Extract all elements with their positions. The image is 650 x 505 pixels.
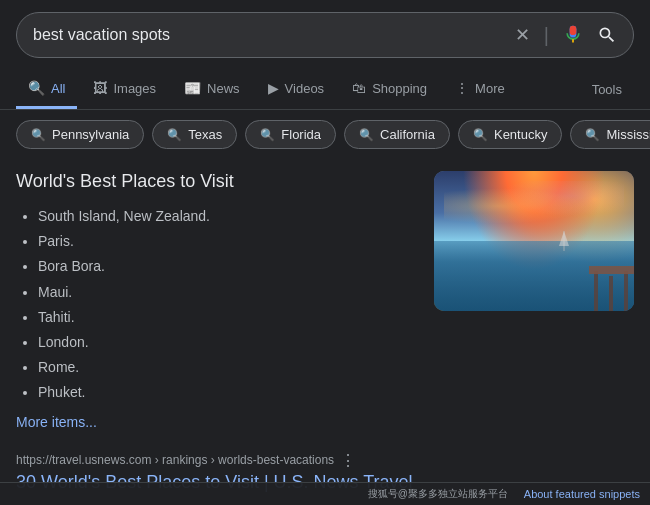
chip-search-icon-ca: 🔍 bbox=[359, 128, 374, 142]
news-tab-icon: 📰 bbox=[184, 80, 201, 96]
clear-icon[interactable]: ✕ bbox=[515, 24, 530, 46]
svg-rect-3 bbox=[589, 266, 634, 274]
chip-search-icon-tx: 🔍 bbox=[167, 128, 182, 142]
shopping-tab-icon: 🛍 bbox=[352, 80, 366, 96]
chip-label-mississippi: Mississippi bbox=[606, 127, 650, 142]
nav-tabs: 🔍 All 🖼 Images 📰 News ▶ Videos 🛍 Shoppin… bbox=[0, 70, 650, 110]
images-tab-icon: 🖼 bbox=[93, 80, 107, 96]
tab-images-label: Images bbox=[113, 81, 156, 96]
list-item: South Island, New Zealand. bbox=[38, 204, 418, 229]
svg-rect-2 bbox=[624, 271, 628, 311]
list-item: Rome. bbox=[38, 355, 418, 380]
chip-florida[interactable]: 🔍 Florida bbox=[245, 120, 336, 149]
chip-search-icon-fl: 🔍 bbox=[260, 128, 275, 142]
chip-pennsylvania[interactable]: 🔍 Pennsylvania bbox=[16, 120, 144, 149]
more-tab-icon: ⋮ bbox=[455, 80, 469, 96]
section-title: World's Best Places to Visit bbox=[16, 171, 418, 192]
search-query: best vacation spots bbox=[33, 26, 515, 44]
search-bar-container: best vacation spots ✕ | bbox=[0, 0, 650, 70]
about-features-link[interactable]: About featured snippets bbox=[524, 488, 640, 500]
chip-texas[interactable]: 🔍 Texas bbox=[152, 120, 237, 149]
tab-shopping-label: Shopping bbox=[372, 81, 427, 96]
tab-more[interactable]: ⋮ More bbox=[443, 70, 517, 109]
search-icons: ✕ | bbox=[515, 24, 617, 47]
tab-videos[interactable]: ▶ Videos bbox=[256, 70, 337, 109]
tab-shopping[interactable]: 🛍 Shopping bbox=[340, 70, 439, 109]
place-list: South Island, New Zealand. Paris. Bora B… bbox=[16, 204, 418, 406]
chip-label-texas: Texas bbox=[188, 127, 222, 142]
result-url-text: https://travel.usnews.com › rankings › w… bbox=[16, 453, 334, 467]
right-content bbox=[434, 171, 634, 431]
tab-news[interactable]: 📰 News bbox=[172, 70, 252, 109]
list-item: Tahiti. bbox=[38, 305, 418, 330]
svg-rect-1 bbox=[609, 276, 613, 311]
list-item: London. bbox=[38, 330, 418, 355]
image-inner bbox=[434, 171, 634, 311]
voice-search-icon[interactable] bbox=[563, 25, 583, 45]
chip-label-pennsylvania: Pennsylvania bbox=[52, 127, 129, 142]
tab-more-label: More bbox=[475, 81, 505, 96]
all-tab-icon: 🔍 bbox=[28, 80, 45, 96]
more-items-link[interactable]: More items... bbox=[16, 414, 97, 430]
tools-button[interactable]: Tools bbox=[580, 72, 634, 107]
tab-images[interactable]: 🖼 Images bbox=[81, 70, 168, 109]
left-content: World's Best Places to Visit South Islan… bbox=[16, 171, 418, 431]
dock-svg bbox=[534, 211, 634, 311]
search-submit-icon[interactable] bbox=[597, 25, 617, 45]
tab-all[interactable]: 🔍 All bbox=[16, 70, 77, 109]
vacation-image bbox=[434, 171, 634, 311]
tab-all-label: All bbox=[51, 81, 65, 96]
chip-label-california: California bbox=[380, 127, 435, 142]
videos-tab-icon: ▶ bbox=[268, 80, 279, 96]
chip-search-icon-ms: 🔍 bbox=[585, 128, 600, 142]
list-item: Paris. bbox=[38, 229, 418, 254]
chip-search-icon-pa: 🔍 bbox=[31, 128, 46, 142]
bottom-bar: 搜狐号@聚多多独立站服务平台 About featured snippets bbox=[0, 482, 650, 505]
search-bar: best vacation spots ✕ | bbox=[16, 12, 634, 58]
tab-news-label: News bbox=[207, 81, 240, 96]
divider: | bbox=[544, 24, 549, 47]
list-item: Bora Bora. bbox=[38, 254, 418, 279]
svg-marker-5 bbox=[559, 231, 569, 246]
chip-california[interactable]: 🔍 California bbox=[344, 120, 450, 149]
main-content: World's Best Places to Visit South Islan… bbox=[0, 159, 650, 443]
tab-videos-label: Videos bbox=[285, 81, 325, 96]
sohu-watermark: 搜狐号@聚多多独立站服务平台 bbox=[368, 487, 508, 501]
result-options-icon[interactable]: ⋮ bbox=[340, 451, 356, 470]
chip-label-florida: Florida bbox=[281, 127, 321, 142]
chip-mississippi[interactable]: 🔍 Mississippi bbox=[570, 120, 650, 149]
chip-label-kentucky: Kentucky bbox=[494, 127, 547, 142]
chip-search-icon-ky: 🔍 bbox=[473, 128, 488, 142]
svg-rect-0 bbox=[594, 271, 598, 311]
list-item: Maui. bbox=[38, 280, 418, 305]
filter-chips: 🔍 Pennsylvania 🔍 Texas 🔍 Florida 🔍 Calif… bbox=[0, 110, 650, 159]
chip-kentucky[interactable]: 🔍 Kentucky bbox=[458, 120, 562, 149]
list-item: Phuket. bbox=[38, 380, 418, 405]
result-url: https://travel.usnews.com › rankings › w… bbox=[16, 451, 634, 470]
